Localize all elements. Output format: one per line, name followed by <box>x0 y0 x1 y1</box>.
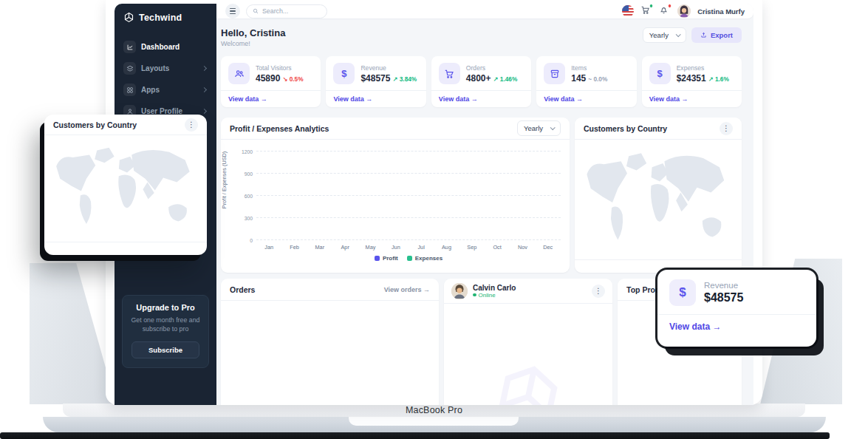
view-data-link[interactable]: View data <box>657 314 816 338</box>
stat-label: Items <box>571 64 607 72</box>
export-button[interactable]: Export <box>691 27 742 43</box>
chat-header: Calvin Carlo Online ⋮ <box>444 279 612 304</box>
upgrade-panel: Upgrade to Pro Get one month free and su… <box>122 295 209 368</box>
view-data-link[interactable]: View data <box>536 90 636 107</box>
period-select[interactable]: Yearly <box>643 27 686 43</box>
user-name[interactable]: Cristina Murfy <box>697 7 745 16</box>
laptop-deck: MacBook Pro <box>63 404 805 417</box>
page-subtitle: Welcome! <box>221 40 285 47</box>
customers-title: Customers by Country <box>584 124 667 133</box>
customers-stats <box>44 242 207 255</box>
analytics-period-select[interactable]: Yearly <box>517 120 561 136</box>
laptop-notch <box>349 417 519 426</box>
search-box <box>246 4 327 18</box>
chart-legend: ProfitExpenses <box>256 255 561 262</box>
view-data-link[interactable]: View data <box>642 90 742 107</box>
content: Hello, Cristina Welcome! Yearly Export <box>216 18 753 405</box>
stat-card: Total Visitors 45890↘ 0.5% View data <box>221 56 321 107</box>
greeting-row: Hello, Cristina Welcome! Yearly Export <box>221 27 742 47</box>
stats-row: Total Visitors 45890↘ 0.5% View data $ R… <box>221 56 742 107</box>
stat-label: Expenses <box>677 64 729 72</box>
user-avatar[interactable] <box>677 4 691 18</box>
chevron-down-icon <box>676 32 681 37</box>
subscribe-button[interactable]: Subscribe <box>131 341 199 358</box>
view-data-link[interactable]: View data <box>326 90 426 107</box>
customers-card: Customers by Country ⋮ <box>575 118 742 273</box>
y-axis-label: Profit / Expenses (USD) <box>221 118 228 247</box>
stat-value: 145~ 0.0% <box>571 73 607 84</box>
chat-card: Calvin Carlo Online ⋮ <box>444 279 612 405</box>
cart-icon <box>439 63 460 84</box>
stat-label: Total Visitors <box>256 64 304 72</box>
chevron-right-icon <box>202 66 207 71</box>
world-map <box>44 135 207 242</box>
legend-expenses: Expenses <box>407 255 442 262</box>
stat-value: 45890↘ 0.5% <box>256 73 304 84</box>
x-axis-labels: JanFebMarAprMayJunJulAugSepOctNovDec <box>256 244 561 251</box>
legend-profit: Profit <box>375 255 398 262</box>
upgrade-title: Upgrade to Pro <box>129 303 202 312</box>
bell-icon[interactable] <box>659 5 671 17</box>
chart-icon <box>123 41 136 53</box>
brand-name: Techwind <box>139 13 182 23</box>
search-icon <box>253 8 259 14</box>
sidebar-item-layouts[interactable]: Layouts <box>115 58 216 79</box>
chat-messages <box>444 304 612 317</box>
topbar: Cristina Murfy <box>216 4 753 18</box>
stat-label: Revenue <box>360 64 417 72</box>
world-map <box>575 140 742 259</box>
chevron-right-icon <box>202 109 207 114</box>
cart-icon[interactable] <box>640 5 652 17</box>
macbook-label: MacBook Pro <box>406 405 462 415</box>
orders-card: Orders View orders <box>221 279 439 405</box>
chat-contact-name: Calvin Carlo <box>473 284 516 292</box>
plot-area: 03006009001200 <box>256 152 561 240</box>
analytics-title: Profit / Expenses Analytics <box>230 124 329 133</box>
hexagon-logo-icon <box>123 12 134 23</box>
search-input[interactable] <box>262 7 321 15</box>
dollar-icon: $ <box>333 63 355 84</box>
kebab-menu-icon[interactable]: ⋮ <box>592 285 605 298</box>
sidebar-item-dashboard[interactable]: Dashboard <box>115 36 216 58</box>
kebab-menu-icon[interactable]: ⋮ <box>720 122 733 135</box>
topbar-right: Cristina Murfy <box>622 4 745 18</box>
hamburger-icon[interactable] <box>225 4 240 18</box>
stat-value: $48575↗ 3.84% <box>360 73 417 84</box>
y-tick: 1200 <box>242 149 253 154</box>
revenue-value: $48575 <box>704 291 745 304</box>
orders-header-row <box>221 301 439 319</box>
floating-customers-card: Customers by Country ⋮ <box>44 115 207 255</box>
view-data-link[interactable]: View data <box>431 90 531 107</box>
orders-title: Orders <box>230 285 255 294</box>
kebab-menu-icon[interactable]: ⋮ <box>185 118 198 132</box>
world-map-svg <box>581 144 736 255</box>
stat-card: $ Revenue $48575↗ 3.84% View data <box>326 56 426 107</box>
laptop-shadow <box>0 432 830 439</box>
brand[interactable]: Techwind <box>115 4 216 30</box>
flag-us-icon[interactable] <box>622 5 634 17</box>
chevron-right-icon <box>202 87 207 92</box>
stat-value: 4800+↗ 1.46% <box>466 73 518 84</box>
view-orders-link[interactable]: View orders <box>384 286 430 293</box>
sidebar-item-apps[interactable]: Apps <box>115 79 216 101</box>
y-tick: 300 <box>245 216 253 221</box>
dollar-icon: $ <box>669 279 696 306</box>
stat-label: Orders <box>466 64 518 72</box>
page-title: Hello, Cristina <box>221 27 285 38</box>
macbook-mockup: MacBook Pro Techwind Dashboard Layouts A… <box>0 0 868 439</box>
laptop-body-left <box>30 263 116 404</box>
chevron-down-icon <box>550 125 556 130</box>
chat-contact-avatar <box>451 283 468 299</box>
brand-watermark-icon <box>486 355 570 405</box>
stat-card: Items 145~ 0.0% View data <box>536 56 636 107</box>
view-data-link[interactable]: View data <box>221 90 321 107</box>
upgrade-desc: Get one month free and subscribe to pro <box>129 316 202 334</box>
users-icon <box>228 63 250 84</box>
dollar-icon: $ <box>649 63 671 84</box>
analytics-card: Profit / Expenses Analytics Yearly Profi… <box>221 118 570 273</box>
revenue-label: Revenue <box>704 281 745 290</box>
layers-icon <box>123 62 136 75</box>
stat-card: $ Expenses $24351↗ 1.6% View data <box>642 56 742 107</box>
upload-icon <box>700 32 707 38</box>
y-tick: 900 <box>245 171 253 177</box>
